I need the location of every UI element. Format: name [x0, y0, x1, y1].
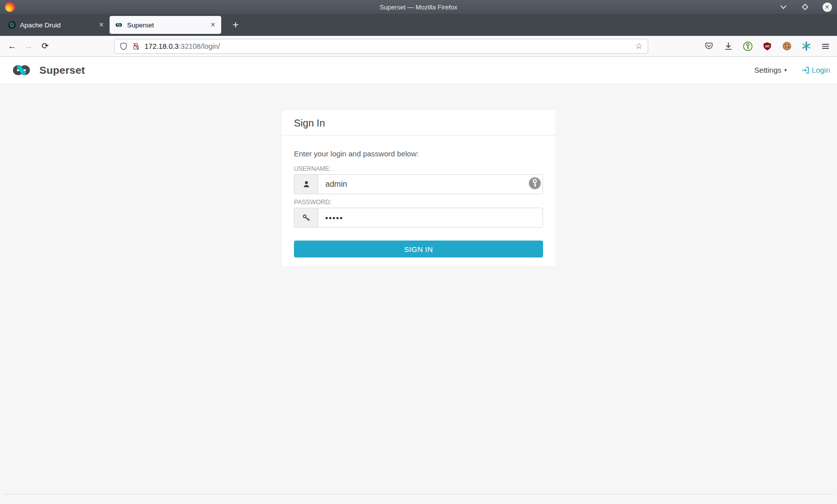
minimize-button[interactable] — [778, 2, 788, 12]
maximize-button[interactable] — [800, 2, 810, 12]
username-label: USERNAME: — [294, 165, 543, 172]
superset-brand[interactable]: Superset — [7, 62, 85, 78]
superset-infinity-icon — [115, 21, 123, 29]
reload-button[interactable]: ⟳ — [37, 39, 53, 54]
user-icon — [302, 180, 310, 188]
password-label: PASSWORD: — [294, 199, 543, 206]
toolbar-extensions: uO — [703, 41, 833, 52]
brand-title: Superset — [39, 64, 85, 76]
back-button[interactable]: ← — [4, 39, 20, 54]
menu-icon[interactable] — [820, 41, 831, 52]
shield-permissions-icon[interactable] — [120, 42, 128, 50]
keepassxc-autofill-icon[interactable] — [528, 177, 542, 192]
login-label: Login — [812, 66, 830, 74]
svg-text:uO: uO — [765, 44, 770, 47]
close-tab-icon[interactable]: × — [210, 20, 216, 29]
asterisk-extension-icon[interactable] — [801, 41, 812, 52]
sign-in-card: Sign In Enter your login and password be… — [281, 110, 556, 267]
bookmark-star-icon[interactable]: ☆ — [635, 41, 643, 51]
cookie-icon[interactable] — [781, 41, 792, 52]
firefox-logo-icon — [5, 2, 15, 12]
superset-logo-icon — [7, 62, 36, 78]
sign-in-form: Enter your login and password below: USE… — [281, 135, 556, 266]
druid-icon — [8, 21, 16, 29]
password-input[interactable] — [318, 208, 543, 228]
username-addon — [294, 174, 318, 194]
forward-button[interactable]: → — [20, 39, 37, 54]
page-superset-login: Superset Settings ▾ Login Sign In Enter … — [0, 57, 837, 504]
window-titlebar: Superset — Mozilla Firefox × — [0, 0, 837, 14]
username-input[interactable] — [318, 174, 543, 194]
download-icon[interactable] — [723, 41, 734, 52]
superset-navbar: Superset Settings ▾ Login — [0, 57, 837, 83]
navbar-right: Settings ▾ Login — [754, 66, 830, 74]
tab-apache-druid[interactable]: Apache Druid × — [3, 16, 110, 34]
insecure-lock-icon[interactable] — [132, 42, 140, 50]
password-addon — [294, 208, 318, 228]
pocket-icon[interactable] — [703, 41, 714, 52]
key-icon — [302, 214, 310, 222]
ublock-origin-icon[interactable]: uO — [762, 41, 773, 52]
new-tab-button[interactable]: + — [228, 17, 243, 32]
url-host: 172.18.0.3 — [144, 42, 179, 50]
tab-label: Apache Druid — [20, 21, 94, 29]
footer-divider — [4, 494, 833, 495]
window-controls: × — [778, 2, 832, 12]
diamond-icon — [801, 3, 809, 11]
chevron-down-icon — [780, 4, 787, 9]
caret-down-icon: ▾ — [784, 67, 787, 73]
form-instruction: Enter your login and password below: — [294, 149, 543, 158]
url-bar[interactable]: 172.18.0.3:32108/login/ ☆ — [114, 39, 648, 54]
url-path: :32108/login/ — [179, 42, 220, 50]
close-tab-icon[interactable]: × — [98, 20, 105, 29]
tab-label: Superset — [127, 21, 206, 29]
url-text: 172.18.0.3:32108/login/ — [144, 42, 220, 50]
tab-bar: Apache Druid × Superset × + — [0, 14, 837, 36]
close-window-button[interactable]: × — [822, 2, 832, 12]
sign-in-button[interactable]: SIGN IN — [294, 241, 543, 257]
settings-menu[interactable]: Settings ▾ — [754, 66, 787, 74]
login-link[interactable]: Login — [802, 66, 830, 74]
page-content: Sign In Enter your login and password be… — [0, 83, 837, 504]
keepassxc-icon[interactable] — [742, 41, 753, 52]
settings-label: Settings — [754, 66, 781, 74]
tab-superset[interactable]: Superset × — [110, 16, 221, 34]
navigation-toolbar: ← → ⟳ 172.18.0.3:32108/login/ ☆ — [0, 36, 837, 57]
window-title: Superset — Mozilla Firefox — [0, 3, 837, 11]
close-icon: × — [823, 2, 832, 12]
sign-in-icon — [802, 66, 810, 74]
password-input-group — [294, 208, 543, 228]
card-title: Sign In — [281, 110, 556, 135]
username-input-group — [294, 174, 543, 194]
